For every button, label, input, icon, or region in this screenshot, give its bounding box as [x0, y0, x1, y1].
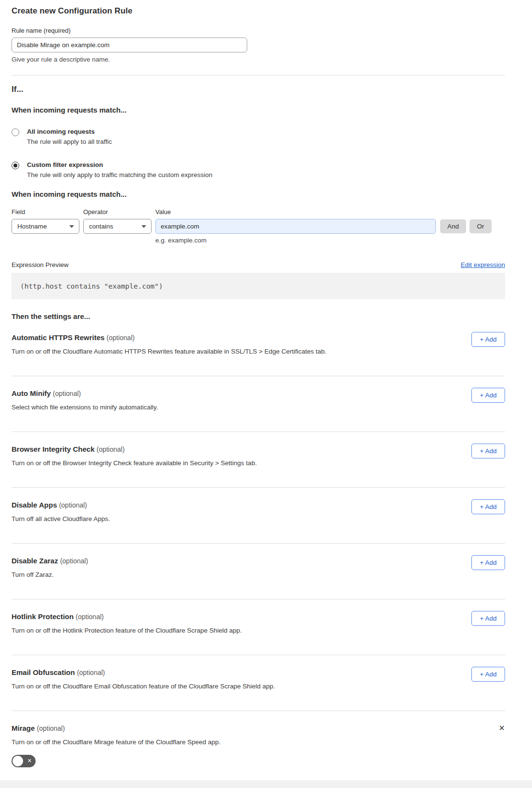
setting-row-hotlink-protection: Hotlink Protection (optional) Turn on or… [12, 599, 505, 655]
close-icon[interactable]: ✕ [499, 724, 505, 732]
setting-description: Turn off Zaraz. [12, 571, 88, 578]
field-select-value: Hostname [17, 223, 47, 230]
add-button[interactable]: + Add [471, 388, 505, 403]
create-configuration-rule-form: Create new Configuration Rule Rule name … [0, 0, 532, 767]
section-divider [12, 75, 505, 76]
setting-description: Turn on or off the Cloudflare Automatic … [12, 348, 327, 355]
or-button[interactable]: Or [469, 219, 492, 233]
builder-heading: When incoming requests match... [12, 190, 505, 198]
rule-name-label: Rule name (required) [12, 27, 505, 34]
setting-row-browser-integrity-check: Browser Integrity Check (optional) Turn … [12, 432, 505, 488]
setting-description: Turn on or off the Browser Integrity Che… [12, 459, 257, 467]
bottom-edge-strip [0, 780, 532, 788]
radio-description: The rule will apply to all traffic [27, 138, 112, 145]
radio-label: Custom filter expression [27, 161, 212, 168]
match-heading: When incoming requests match... [12, 106, 505, 114]
expression-code: (http.host contains "example.com") [20, 282, 163, 290]
if-heading: If... [12, 85, 505, 94]
chevron-down-icon [141, 225, 146, 228]
setting-title: Hotlink Protection (optional) [12, 612, 242, 621]
rule-name-input[interactable] [12, 38, 247, 52]
setting-row-auto-minify: Auto Minify (optional) Select which file… [12, 376, 505, 432]
setting-row-email-obfuscation: Email Obfuscation (optional) Turn on or … [12, 655, 505, 711]
expression-preview-label: Expression Preview [12, 261, 69, 268]
setting-description: Turn on or off the Cloudflare Email Obfu… [12, 683, 275, 690]
radio-option-custom-filter[interactable]: Custom filter expression The rule will o… [12, 161, 505, 178]
setting-description: Turn off all active Cloudflare Apps. [12, 515, 110, 522]
toggle-off-x-icon: ✕ [27, 758, 32, 764]
setting-description: Turn on or off the Hotlink Protection fe… [12, 627, 242, 634]
value-label: Value [155, 208, 171, 216]
radio-label: All incoming requests [27, 128, 112, 135]
radio-description: The rule will only apply to traffic matc… [27, 171, 212, 178]
setting-title: Automatic HTTPS Rewrites (optional) [12, 333, 327, 342]
then-settings-heading: Then the settings are... [12, 312, 505, 320]
radio-option-all-requests[interactable]: All incoming requests The rule will appl… [12, 128, 505, 145]
add-button[interactable]: + Add [471, 611, 505, 626]
add-button[interactable]: + Add [471, 555, 505, 570]
setting-title: Disable Apps (optional) [12, 501, 110, 509]
radio-selected-icon[interactable] [12, 162, 19, 169]
setting-title: Disable Zaraz (optional) [12, 557, 88, 565]
add-button[interactable]: + Add [471, 332, 505, 347]
radio-unselected-icon[interactable] [12, 128, 19, 136]
setting-row-automatic-https-rewrites: Automatic HTTPS Rewrites (optional) Turn… [12, 320, 505, 376]
setting-title: Browser Integrity Check (optional) [12, 445, 257, 453]
edit-expression-link[interactable]: Edit expression [461, 261, 505, 268]
setting-title: Email Obfuscation (optional) [12, 668, 275, 676]
chevron-down-icon [69, 225, 74, 228]
setting-row-mirage: Mirage (optional) ✕ Turn on or off the C… [12, 711, 505, 767]
operator-label: Operator [83, 208, 155, 216]
operator-select[interactable]: contains [83, 219, 152, 234]
value-input[interactable] [155, 219, 436, 234]
operator-select-value: contains [89, 223, 113, 230]
setting-row-disable-apps: Disable Apps (optional) Turn off all act… [12, 488, 505, 544]
setting-row-disable-zaraz: Disable Zaraz (optional) Turn off Zaraz.… [12, 544, 505, 599]
value-help: e.g. example.com [155, 237, 505, 244]
add-button[interactable]: + Add [471, 499, 505, 514]
field-label: Field [12, 208, 83, 216]
page-title: Create new Configuration Rule [12, 6, 505, 16]
toggle-knob [13, 756, 23, 766]
mirage-toggle-off[interactable]: ✕ [12, 755, 36, 767]
add-button[interactable]: + Add [471, 444, 505, 458]
add-button[interactable]: + Add [471, 667, 505, 682]
setting-title: Auto Minify (optional) [12, 389, 158, 397]
setting-description: Select which file extensions to minify a… [12, 404, 158, 411]
expression-preview-code-block: (http.host contains "example.com") [12, 273, 505, 299]
field-select[interactable]: Hostname [12, 219, 79, 234]
setting-title: Mirage (optional) [12, 724, 65, 732]
and-button[interactable]: And [440, 219, 466, 233]
setting-description: Turn on or off the Cloudflare Mirage fea… [12, 738, 505, 746]
rule-name-help: Give your rule a descriptive name. [12, 56, 505, 63]
